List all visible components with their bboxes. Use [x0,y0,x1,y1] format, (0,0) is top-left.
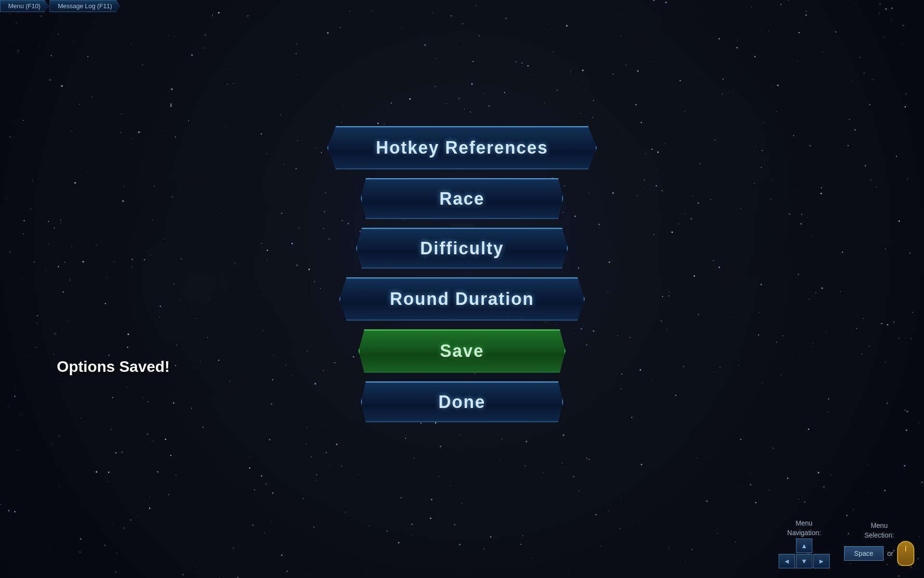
top-bar: Menu (F10) Message Log (F11) [0,0,120,12]
mouse-icon [897,541,914,566]
nav-up-button[interactable]: ▲ [796,539,812,553]
space-button[interactable]: Space [844,546,884,561]
difficulty-button[interactable]: Difficulty [356,228,568,269]
nav-lr-row: ◄ ▼ ► [779,554,830,568]
round-duration-button[interactable]: Round Duration [339,277,585,321]
selection-section: Menu Selection: Space or [844,522,914,566]
nav-label-menu: Menu [796,519,812,527]
sel-label-menu: Menu [871,522,887,529]
bottom-hud: Menu Navigation: ▲ ◄ ▼ ► Menu Selection:… [779,519,914,568]
menu-button[interactable]: Menu (F10) [0,0,49,12]
nav-buttons: ▲ ◄ ▼ ► [779,539,830,568]
nav-up-row: ▲ [796,539,812,553]
nav-down-button[interactable]: ▼ [796,554,812,568]
nav-label-navigation: Navigation: [787,529,821,537]
nav-right-button[interactable]: ► [813,554,830,568]
nav-section: Menu Navigation: ▲ ◄ ▼ ► [779,519,830,568]
race-button[interactable]: Race [361,178,563,219]
main-menu: Hotkey References Race Difficulty Round … [327,126,597,422]
hotkey-references-button[interactable]: Hotkey References [327,126,597,170]
or-text: or [887,550,893,557]
sel-label-selection: Selection: [864,531,894,539]
options-saved-text: Options Saved! [57,358,170,376]
message-log-button[interactable]: Message Log (F11) [50,0,120,12]
done-button[interactable]: Done [361,381,563,422]
save-button[interactable]: Save [359,329,565,373]
nav-left-button[interactable]: ◄ [779,554,795,568]
